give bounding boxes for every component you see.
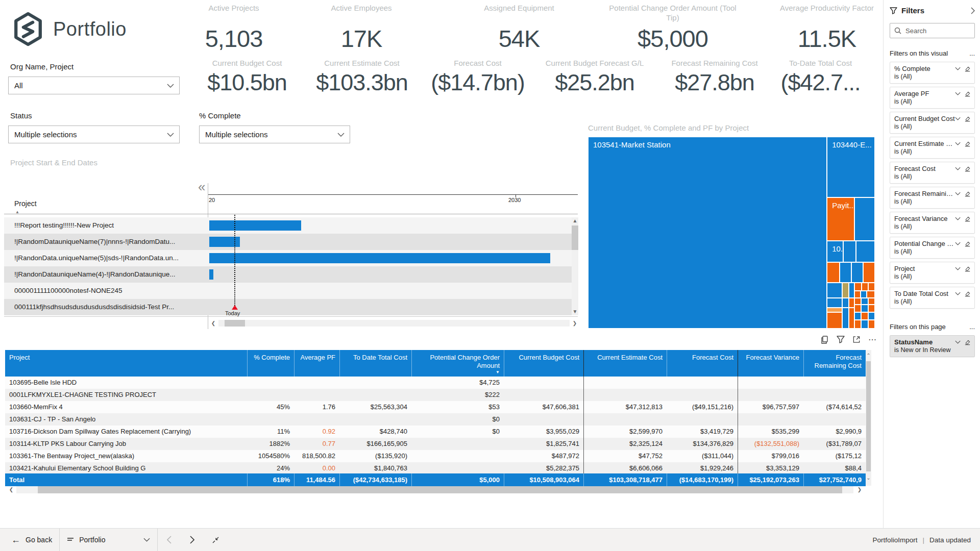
filter-card[interactable]: Forecast Remaining C...is (All) <box>890 187 975 209</box>
column-header[interactable]: % Complete <box>247 350 294 377</box>
filter-card[interactable]: Forecast Varianceis (All) <box>890 212 975 234</box>
gantt-bar[interactable] <box>209 269 213 280</box>
column-header[interactable]: Current Budget Cost <box>504 350 583 377</box>
treemap-tile[interactable] <box>854 291 861 298</box>
table-hscroll-thumb[interactable] <box>38 486 842 493</box>
column-header[interactable]: Forecast Remaining Cost <box>803 350 866 377</box>
gantt-row[interactable]: !|RandomDatauniqueName(7)|nnns-!|RandomD… <box>4 234 578 250</box>
table-hscroll-left-arrow[interactable]: ❮ <box>7 486 15 493</box>
treemap-tile[interactable] <box>861 312 868 320</box>
table-vscroll-track[interactable]: ⌃ ⌄ <box>866 350 871 486</box>
status-slicer-dropdown[interactable]: Multiple selections <box>8 126 180 143</box>
page-selector[interactable]: Portfolio <box>67 536 150 544</box>
go-back-button[interactable]: ← Go back <box>11 535 52 544</box>
gantt-hscroll-track[interactable] <box>218 320 570 327</box>
collapse-pane-icon[interactable] <box>971 7 975 14</box>
treemap-tile[interactable] <box>849 308 854 329</box>
gantt-vscroll-thumb[interactable] <box>572 226 578 250</box>
gantt-bar[interactable] <box>209 220 301 231</box>
table-row[interactable]: 103361-The Bentway Project_new(alaska)10… <box>5 450 866 462</box>
next-page-icon[interactable] <box>190 536 194 544</box>
column-header[interactable]: To Date Total Cost <box>339 350 411 377</box>
treemap-tile[interactable] <box>849 298 854 308</box>
collapse-view-icon[interactable] <box>212 536 219 544</box>
treemap-tile[interactable] <box>868 305 875 312</box>
copy-icon[interactable] <box>821 336 829 344</box>
table-row[interactable]: 103660-MemFix 445%1.76$25,563,304$53$47,… <box>5 401 866 413</box>
table-row[interactable]: 103631-CJ - TP - San Angelo$0 <box>5 413 866 425</box>
treemap-tile[interactable] <box>827 308 842 312</box>
previous-page-icon[interactable] <box>167 536 172 544</box>
pct-complete-slicer-dropdown[interactable]: Multiple selections <box>199 126 350 143</box>
gantt-bar[interactable] <box>209 253 550 263</box>
chevron-down-icon[interactable] <box>955 217 961 220</box>
gantt-hscroll-right-arrow[interactable]: ❯ <box>571 320 579 327</box>
treemap-tile[interactable]: 10... <box>827 241 843 262</box>
gantt-column-header[interactable]: Project <box>14 199 37 208</box>
table-vscroll-up-arrow[interactable]: ⌃ <box>866 352 871 359</box>
treemap-tile[interactable] <box>868 283 875 291</box>
treemap-tile[interactable] <box>842 308 849 329</box>
chevron-down-icon[interactable] <box>955 142 961 145</box>
treemap-tile[interactable] <box>862 283 868 291</box>
chevron-down-icon[interactable] <box>955 67 961 70</box>
focus-mode-icon[interactable] <box>852 336 861 343</box>
chevron-down-icon[interactable] <box>955 167 961 170</box>
treemap-tile[interactable] <box>867 291 875 298</box>
table-row[interactable]: 103716-Dickson Dam Spillway Gates Replac… <box>5 425 866 438</box>
treemap-tile[interactable] <box>849 283 854 298</box>
filter-card[interactable]: % Completeis (All) <box>890 62 975 84</box>
treemap-tile[interactable] <box>861 291 867 298</box>
treemap-tile[interactable] <box>861 305 868 312</box>
eraser-icon[interactable] <box>964 215 971 222</box>
chevron-down-icon[interactable] <box>955 340 961 344</box>
treemap-tile[interactable] <box>854 283 862 291</box>
gantt-row[interactable]: 000001111100000notesf-NONE245 <box>4 283 578 299</box>
column-header[interactable]: Potential Change Order Amount▼ <box>411 350 504 377</box>
table-row[interactable]: 103114-KLTP PKS Labour Carrying Job1882%… <box>5 438 866 450</box>
table-vscroll-thumb[interactable] <box>866 361 871 471</box>
eraser-icon[interactable] <box>964 339 971 345</box>
table-hscroll-track[interactable] <box>16 486 853 493</box>
table-hscroll-right-arrow[interactable]: ❯ <box>855 486 864 493</box>
gantt-bar[interactable] <box>209 237 240 247</box>
table-row[interactable]: 103421-Kahului Elementary School Buildin… <box>5 462 866 473</box>
treemap-tile[interactable] <box>840 262 852 283</box>
gantt-vscroll-up-arrow[interactable]: ▲ <box>572 217 578 224</box>
filter-card[interactable]: Average PFis (All) <box>890 87 975 109</box>
treemap-tile[interactable] <box>856 241 875 262</box>
treemap-tile[interactable] <box>842 283 849 298</box>
eraser-icon[interactable] <box>964 240 971 247</box>
filter-card[interactable]: Potential Change Order...is (All) <box>890 237 975 259</box>
treemap-tile[interactable] <box>851 262 863 283</box>
treemap-tile[interactable] <box>854 298 861 305</box>
treemap-tile[interactable] <box>854 320 861 329</box>
chevron-down-icon[interactable] <box>955 92 961 95</box>
table-vscroll-down-arrow[interactable]: ⌄ <box>866 474 871 482</box>
chevron-down-icon[interactable] <box>955 117 961 120</box>
treemap-tile[interactable] <box>868 312 875 320</box>
gantt-hscroll-thumb[interactable] <box>225 320 245 327</box>
column-header[interactable]: Forecast Cost <box>667 350 738 377</box>
eraser-icon[interactable] <box>964 115 971 122</box>
filter-card[interactable]: Projectis (All) <box>890 262 975 284</box>
eraser-icon[interactable] <box>964 190 971 197</box>
gantt-row[interactable]: !!!Report testing!!!!!!-New Project <box>4 217 578 234</box>
treemap-tile[interactable] <box>861 298 868 305</box>
chevron-down-icon[interactable] <box>955 192 961 195</box>
treemap-tile[interactable]: 103440-E... <box>827 137 875 197</box>
eraser-icon[interactable] <box>964 165 971 172</box>
treemap-tile[interactable] <box>863 262 875 283</box>
filter-card[interactable]: Current Budget Costis (All) <box>890 112 975 134</box>
chevron-down-icon[interactable] <box>955 292 961 295</box>
treemap-tile[interactable] <box>827 283 842 298</box>
treemap-tile[interactable] <box>843 241 856 262</box>
eraser-icon[interactable] <box>964 265 971 272</box>
chevron-down-icon[interactable] <box>955 267 961 270</box>
treemap-tile[interactable] <box>868 298 875 305</box>
gantt-vscroll-down-arrow[interactable]: ▼ <box>572 308 578 315</box>
org-slicer-dropdown[interactable]: All <box>8 77 180 94</box>
eraser-icon[interactable] <box>964 65 971 72</box>
gantt-row[interactable]: !|RandonData.uniqueName(5)|sds-!|RandonD… <box>4 250 578 266</box>
more-options-icon[interactable]: ⋯ <box>868 335 877 344</box>
